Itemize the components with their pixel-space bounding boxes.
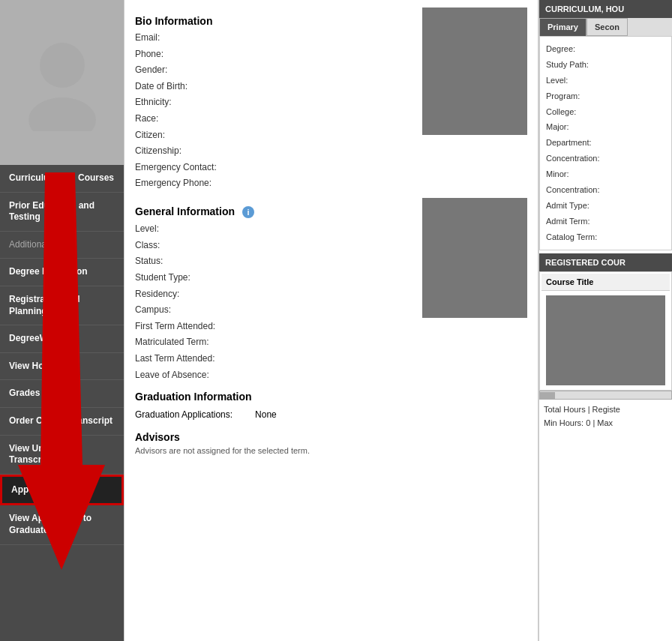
sidebar-item-degreeworks[interactable]: DegreeWorks — [0, 325, 124, 353]
course-placeholder — [546, 295, 665, 385]
sidebar-item-curriculum[interactable]: Curriculum and Courses — [0, 165, 124, 193]
advisors-block: Advisors Advisors are not assigned for t… — [135, 431, 527, 455]
sidebar-item-additional-links[interactable]: Additional Links — [0, 232, 124, 259]
bio-fields: Email:Phone:Gender:Date of Birth:Ethnici… — [135, 30, 415, 192]
avatar — [21, 34, 104, 131]
tab-secondary[interactable]: Secon — [586, 18, 628, 36]
advisors-note: Advisors are not assigned for the select… — [135, 446, 527, 455]
general-fields: Level:Class:Status:Student Type:Residenc… — [135, 221, 415, 383]
tab-primary[interactable]: Primary — [539, 18, 586, 36]
general-info-title: General Information i — [135, 205, 415, 218]
curriculum-panel-title: CURRICULUM, HOU — [539, 0, 672, 18]
graduation-label: Graduation Applications: — [135, 406, 232, 424]
horizontal-scrollbar[interactable] — [539, 391, 672, 400]
center-content: Bio Information Email:Phone:Gender:Date … — [124, 0, 538, 641]
course-placeholder-cell — [542, 292, 670, 388]
general-image-placeholder — [422, 198, 527, 318]
bio-image-placeholder — [422, 7, 527, 135]
totals-row: Total Hours | Registe Min Hours: 0 | Max — [539, 400, 672, 433]
info-icon[interactable]: i — [242, 206, 254, 218]
bio-info-text: Bio Information Email:Phone:Gender:Date … — [135, 7, 415, 192]
curriculum-content: Degree: Study Path: Level: Program: Coll… — [539, 36, 672, 250]
graduation-info-block: Graduation Information Graduation Applic… — [135, 391, 527, 424]
tab-bar: Primary Secon — [539, 18, 672, 36]
avatar-area — [0, 0, 124, 165]
sidebar-nav: Curriculum and Courses Prior Education a… — [0, 165, 124, 641]
general-info-block: General Information i Level:Class:Status… — [135, 198, 527, 383]
sidebar-item-grades[interactable]: Grades — [0, 380, 124, 408]
graduation-fields: Graduation Applications: None — [135, 406, 527, 424]
sidebar-item-prior-education[interactable]: Prior Education and Testing — [0, 193, 124, 232]
right-panel: CURRICULUM, HOU Primary Secon Degree: St… — [538, 0, 672, 641]
course-table: Course Title — [539, 271, 672, 391]
table-row — [542, 292, 670, 388]
scroll-thumb — [540, 392, 555, 400]
bio-info-title: Bio Information — [135, 15, 415, 27]
sidebar-item-view-holds[interactable]: View Holds — [0, 353, 124, 381]
sidebar-item-view-unofficial[interactable]: View Unofficial Transcript — [0, 436, 124, 475]
sidebar: Curriculum and Courses Prior Education a… — [0, 0, 124, 641]
svg-point-2 — [28, 97, 96, 131]
advisors-title: Advisors — [135, 431, 527, 443]
sidebar-item-apply-graduate[interactable]: Apply to Graduate — [0, 475, 124, 506]
general-info-text: General Information i Level:Class:Status… — [135, 198, 415, 383]
svg-point-1 — [40, 43, 85, 88]
course-title-header: Course Title — [542, 274, 670, 291]
graduation-info-title: Graduation Information — [135, 391, 527, 403]
bio-info-block: Bio Information Email:Phone:Gender:Date … — [135, 7, 527, 192]
registered-courses-title: REGISTERED COUR — [539, 253, 672, 271]
graduation-value: None — [255, 406, 277, 424]
sidebar-item-order-transcript[interactable]: Order Official Transcript — [0, 408, 124, 436]
sidebar-item-view-application[interactable]: View Application to Graduate — [0, 505, 124, 544]
sidebar-item-registration[interactable]: Registration and Planning — [0, 286, 124, 325]
sidebar-item-degree-evaluation[interactable]: Degree Evaluation — [0, 259, 124, 286]
